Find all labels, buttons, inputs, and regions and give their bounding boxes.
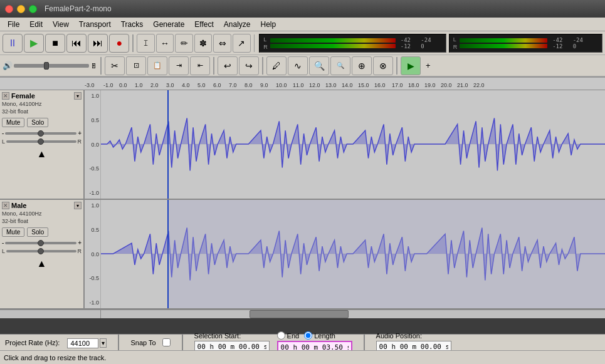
- menu-view[interactable]: View: [48, 19, 74, 30]
- y2-0.5: 0.5: [85, 227, 99, 233]
- toolbar-row2: 🔊 🎚 ✂ ⊡ 📋 ⇥ ⇤ ↩ ↪: [0, 55, 605, 76]
- h-scroll-track[interactable]: [101, 310, 596, 318]
- male-track-info: Mono, 44100Hz32-bit float: [2, 211, 82, 225]
- zoom-tool[interactable]: ✽: [194, 34, 213, 53]
- cut-tool[interactable]: ✂: [105, 56, 125, 75]
- y2-0.0: 0.0: [85, 251, 99, 257]
- end-radio[interactable]: [277, 331, 285, 340]
- multi-tool[interactable]: ↗: [233, 34, 251, 53]
- length-radio-label[interactable]: Length: [304, 331, 335, 340]
- next-button[interactable]: ⏭: [88, 34, 108, 53]
- play-button[interactable]: ▶: [24, 34, 44, 53]
- male-close-btn[interactable]: ✕: [2, 202, 9, 209]
- male-gain-slider[interactable]: [5, 242, 76, 244]
- ruler-4: 4.0: [182, 82, 190, 88]
- ruler-10: 10.0: [276, 82, 287, 88]
- zoom-fit-btn[interactable]: ⊗: [373, 56, 393, 75]
- close-button[interactable]: [5, 5, 13, 13]
- draw-pen[interactable]: 🖊: [266, 56, 287, 75]
- zoom-in-icon: 🔍: [314, 61, 325, 71]
- undo-icon: ↩: [224, 61, 231, 71]
- female-mute-btn[interactable]: Mute: [2, 118, 24, 127]
- menu-analyze[interactable]: Analyze: [219, 19, 256, 30]
- h-scroll-thumb[interactable]: [250, 310, 349, 318]
- female-collapse-btn[interactable]: ▲: [2, 148, 82, 160]
- female-waveform[interactable]: [101, 90, 605, 199]
- menu-file[interactable]: File: [3, 19, 24, 30]
- male-l-label: L: [2, 248, 5, 254]
- ruler-5: 5.0: [197, 82, 206, 88]
- male-r-label: R: [78, 248, 82, 254]
- smooth-btn[interactable]: ∿: [288, 56, 308, 75]
- y2-1.0: 1.0: [85, 202, 99, 209]
- male-pan-slider[interactable]: [6, 250, 76, 252]
- redo-btn[interactable]: ↪: [239, 56, 259, 75]
- ruler-22: 22.0: [473, 82, 485, 88]
- menu-effect[interactable]: Effect: [189, 19, 218, 30]
- ruler-12: 12.0: [309, 82, 320, 88]
- draw-tool[interactable]: ✏: [175, 34, 193, 53]
- project-rate-value[interactable]: 44100: [67, 338, 98, 348]
- envelope-tool[interactable]: ↔: [156, 34, 174, 53]
- h-scrollbar[interactable]: [0, 309, 605, 318]
- male-y-axis: 1.0 0.5 0.0 -0.5 -1.0: [85, 200, 101, 308]
- record-button[interactable]: ●: [109, 34, 129, 53]
- female-track: ✕ Female ▾ Mono, 44100Hz32-bit float Mut…: [0, 90, 605, 200]
- female-pan-slider[interactable]: [6, 140, 76, 143]
- zoom-in-btn[interactable]: 🔍: [309, 56, 329, 75]
- zoom-out-btn[interactable]: 🔍: [330, 56, 350, 75]
- pause-button[interactable]: ⏸: [3, 34, 23, 53]
- menu-bar: File Edit View Transport Tracks Generate…: [0, 18, 605, 31]
- y-neg0.5: -0.5: [85, 165, 99, 172]
- male-collapse-btn[interactable]: ▲: [2, 258, 82, 269]
- stop-button[interactable]: ■: [45, 34, 65, 53]
- female-gain-minus: -: [2, 130, 4, 137]
- play-green-btn[interactable]: ▶: [401, 56, 421, 75]
- female-solo-btn[interactable]: Solo: [27, 118, 48, 127]
- redo-icon: ↪: [245, 61, 253, 71]
- selection-tool[interactable]: 𝙸: [137, 34, 155, 53]
- ruler-18: 18.0: [408, 82, 419, 88]
- zoom-sel-btn[interactable]: ⊕: [352, 56, 372, 75]
- male-mute-btn[interactable]: Mute: [2, 227, 24, 237]
- minimize-button[interactable]: [17, 5, 25, 13]
- male-dropdown[interactable]: ▾: [74, 202, 82, 209]
- copy-tool[interactable]: ⊡: [126, 56, 146, 75]
- ruler-6: 6.0: [213, 82, 221, 88]
- menu-help[interactable]: Help: [256, 19, 281, 30]
- menu-transport[interactable]: Transport: [74, 19, 116, 30]
- window-title: FemalePart-2-mono: [45, 4, 112, 13]
- plus-icon: +: [426, 61, 431, 70]
- female-close-btn[interactable]: ✕: [2, 92, 9, 100]
- menu-generate[interactable]: Generate: [148, 19, 189, 30]
- snap-checkbox[interactable]: [162, 338, 171, 346]
- trim-tool[interactable]: ⇥: [169, 56, 189, 75]
- ruler-neg1: -1.0: [103, 82, 113, 88]
- ruler-19: 19.0: [424, 82, 436, 88]
- male-solo-btn[interactable]: Solo: [27, 227, 48, 237]
- menu-edit[interactable]: Edit: [24, 19, 48, 30]
- male-waveform[interactable]: [101, 200, 605, 308]
- project-rate-dropdown[interactable]: ▾: [100, 338, 107, 348]
- paste-tool[interactable]: 📋: [147, 56, 167, 75]
- status-text: Click and drag to resize the track.: [4, 354, 106, 361]
- maximize-button[interactable]: [29, 5, 37, 13]
- undo-btn[interactable]: ↩: [218, 56, 238, 75]
- draw-icon: ✏: [181, 38, 188, 48]
- smooth-icon: ∿: [294, 61, 302, 71]
- timeshift-tool[interactable]: ⇔: [213, 34, 231, 53]
- cursor-icon: 𝙸: [143, 38, 149, 48]
- female-gain-slider[interactable]: [5, 132, 76, 135]
- sep-v2: [182, 335, 183, 350]
- menu-tracks[interactable]: Tracks: [116, 19, 149, 30]
- y-0.0: 0.0: [85, 142, 99, 148]
- sep5: [262, 57, 263, 75]
- vu-db-scale2: -42 -24 -12 0: [552, 37, 598, 49]
- female-dropdown[interactable]: ▾: [74, 92, 82, 100]
- separator: [132, 34, 134, 52]
- prev-button[interactable]: ⏮: [66, 34, 87, 53]
- status-bar: Project Rate (Hz): 44100 ▾ Snap To Selec…: [0, 334, 605, 350]
- silence-tool[interactable]: ⇤: [190, 56, 210, 75]
- end-radio-label[interactable]: End: [277, 331, 300, 340]
- length-radio[interactable]: [304, 331, 312, 340]
